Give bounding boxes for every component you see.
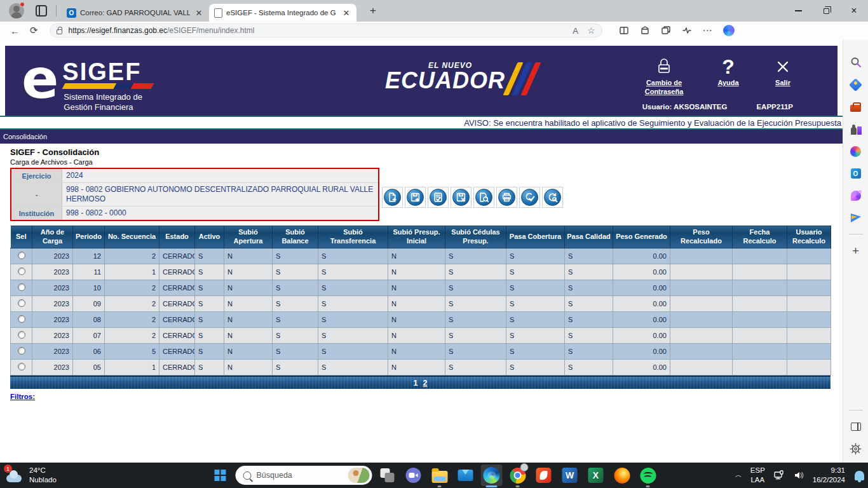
row-radio-button[interactable]: [18, 315, 25, 323]
back-icon[interactable]: ←: [10, 25, 20, 36]
save-file-button[interactable]: [405, 187, 426, 208]
notice-text: AVISO: Se encuentra habilitado el aplica…: [464, 118, 841, 128]
window-minimize-button[interactable]: [784, 0, 812, 22]
notification-bell-icon[interactable]: [855, 471, 864, 480]
sidebar-designer-button[interactable]: [850, 189, 862, 202]
exit-button[interactable]: Salir: [765, 55, 801, 97]
recalculate-button[interactable]: [542, 187, 563, 208]
firefox-button[interactable]: [611, 464, 633, 486]
tab-esigef[interactable]: eSIGEF - Sistema Integrado de G ✕: [209, 4, 356, 22]
window-close-button[interactable]: ×: [840, 0, 868, 22]
sidebar-m365-button[interactable]: [850, 145, 862, 158]
cell-subio-balance: S: [273, 280, 318, 296]
network-icon[interactable]: [773, 470, 785, 481]
page-title: SIGEF - Consolidación: [10, 147, 843, 157]
browser-essentials-icon[interactable]: [682, 25, 692, 36]
cell-estado: CERRADO: [159, 344, 195, 360]
row-radio-button[interactable]: [18, 363, 25, 370]
url-input[interactable]: https://esigef.finanzas.gob.ec /eSIGEF/m…: [50, 24, 602, 37]
start-button[interactable]: [210, 464, 231, 486]
logo-e-glyph: e: [22, 50, 58, 112]
cell-secuencia: 5: [105, 344, 159, 360]
cell-subio-presup-inicial: N: [388, 264, 445, 280]
read-aloud-icon[interactable]: A: [573, 26, 578, 36]
chrome-button[interactable]: [507, 464, 529, 486]
row-radio-button[interactable]: [18, 252, 25, 259]
mail-button[interactable]: [455, 464, 477, 486]
task-view-button[interactable]: [377, 464, 398, 486]
file-explorer-button[interactable]: [429, 464, 451, 486]
help-icon: ?: [722, 57, 735, 77]
cell-periodo: 12: [73, 248, 105, 264]
print-button[interactable]: [496, 187, 517, 208]
row-radio-button[interactable]: [18, 331, 25, 339]
chat-button[interactable]: [403, 464, 424, 486]
weather-widget[interactable]: 1 24°C Nublado: [5, 463, 57, 488]
clock[interactable]: 9:31 16/2/2024: [813, 466, 845, 485]
new-tab-button[interactable]: +: [365, 4, 381, 17]
cell-peso-recalculado: [670, 248, 733, 264]
outlook-favicon-icon: O: [67, 8, 76, 18]
help-button[interactable]: ? Ayuda: [710, 55, 746, 97]
row-radio-button[interactable]: [18, 347, 25, 355]
collections-icon[interactable]: [640, 25, 650, 36]
taskbar-search-input[interactable]: Búsqueda: [236, 466, 372, 485]
volume-icon[interactable]: [793, 470, 804, 481]
row-radio-button[interactable]: [18, 268, 25, 275]
word-button[interactable]: W: [559, 464, 581, 486]
delete-file-icon: [452, 189, 470, 206]
sidebar-panel-button[interactable]: [850, 420, 862, 433]
favorite-star-icon[interactable]: ☆: [587, 25, 595, 36]
nitro-pdf-button[interactable]: [533, 464, 555, 486]
spotify-icon: [640, 468, 656, 484]
refresh-icon[interactable]: ⟳: [30, 25, 38, 36]
sidebar-add-button[interactable]: +: [850, 244, 862, 257]
sidebar-settings-button[interactable]: [850, 442, 862, 455]
filters-link[interactable]: Filtros:: [10, 393, 35, 400]
tab-groups-icon[interactable]: [661, 25, 671, 36]
menu-item-consolidacion[interactable]: Consolidación: [3, 133, 47, 140]
sidebar-games-button[interactable]: [850, 123, 862, 135]
approve-button[interactable]: [519, 187, 540, 208]
cell-peso-generado: 0.00: [613, 312, 670, 328]
change-password-button[interactable]: Cambio de Contraseña: [637, 55, 691, 97]
validate-file-button[interactable]: [428, 187, 449, 208]
edge-button[interactable]: [481, 464, 503, 486]
preview-file-button[interactable]: [473, 187, 494, 208]
sidebar-outlook-button[interactable]: O: [850, 167, 862, 180]
nitro-pdf-icon: [536, 468, 552, 483]
tab-close-icon[interactable]: ✕: [341, 8, 351, 18]
tab-close-icon[interactable]: ✕: [194, 8, 204, 18]
column-header-15: Peso Recalculado: [670, 226, 733, 248]
sidebar-shopping-button[interactable]: [850, 78, 862, 91]
cell-peso-recalculado: [670, 328, 733, 344]
column-header-6: Activo: [195, 226, 224, 248]
task-view-icon: [381, 468, 395, 482]
new-file-button[interactable]: [382, 187, 403, 208]
row-radio-button[interactable]: [18, 283, 25, 291]
copilot-icon[interactable]: [723, 25, 735, 36]
page-number-current[interactable]: 1: [414, 379, 418, 388]
language-indicator[interactable]: ESP LAA: [750, 466, 765, 485]
window-restore-button[interactable]: [812, 0, 840, 22]
page-number-link[interactable]: 2: [423, 379, 428, 388]
tab-correo[interactable]: O Correo: GAD PARROQUIAL VALLE ✕: [62, 4, 209, 22]
cell-estado: CERRADO: [159, 312, 195, 328]
settings-more-icon[interactable]: ⋯: [703, 25, 712, 36]
tray-chevron-icon[interactable]: ︿: [735, 470, 742, 480]
cell-pasa-cobertura: S: [506, 328, 565, 344]
split-screen-icon[interactable]: [619, 25, 629, 36]
spotify-button[interactable]: [637, 464, 659, 486]
browser-profile-button[interactable]: [9, 3, 24, 18]
nuevo-ecuador-logo: EL NUEVO ECUADOR: [385, 61, 534, 95]
row-radio-button[interactable]: [18, 299, 25, 307]
cell-pasa-cobertura: S: [506, 360, 565, 376]
sidebar-drop-button[interactable]: [850, 212, 862, 224]
delete-file-button[interactable]: [451, 187, 471, 208]
excel-button[interactable]: X: [585, 464, 607, 486]
workspaces-icon[interactable]: [36, 5, 47, 17]
cell-subio-balance: S: [273, 360, 318, 376]
sidebar-tools-button[interactable]: [850, 100, 862, 113]
sidebar-search-button[interactable]: [850, 56, 862, 69]
row-select-cell: [11, 248, 32, 264]
